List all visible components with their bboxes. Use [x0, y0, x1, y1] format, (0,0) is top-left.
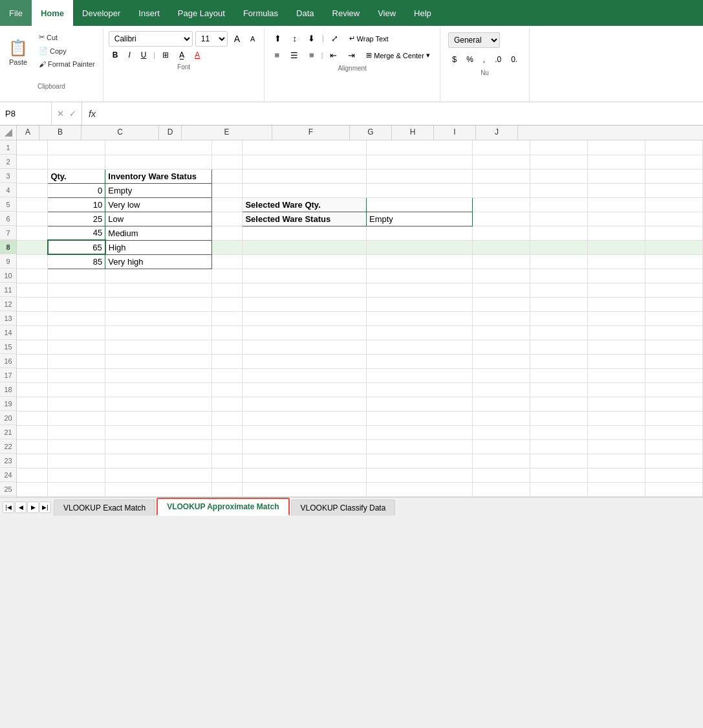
- row-num-13[interactable]: 13: [0, 311, 16, 325]
- cell-j3[interactable]: [645, 169, 703, 183]
- cell-g4[interactable]: [473, 183, 530, 197]
- menu-home[interactable]: Home: [32, 0, 73, 26]
- cell-e24[interactable]: [243, 468, 367, 482]
- cell-c18[interactable]: [105, 382, 211, 397]
- cell-d9[interactable]: [211, 254, 243, 269]
- cell-d12[interactable]: [211, 297, 243, 311]
- cell-d15[interactable]: [211, 340, 243, 354]
- row-num-17[interactable]: 17: [0, 368, 16, 382]
- cell-i3[interactable]: [588, 169, 645, 183]
- cell-g1[interactable]: [473, 140, 530, 155]
- cell-h20[interactable]: [530, 411, 588, 425]
- cell-b9[interactable]: 85: [48, 254, 105, 269]
- cell-j17[interactable]: [645, 368, 703, 382]
- cell-d7[interactable]: [211, 226, 243, 240]
- select-all-icon[interactable]: [5, 129, 12, 137]
- font-size-select[interactable]: 11: [195, 31, 228, 47]
- cell-c19[interactable]: [105, 397, 211, 411]
- underline-button[interactable]: U: [137, 49, 151, 61]
- cell-j10[interactable]: [645, 269, 703, 283]
- cell-g5[interactable]: [473, 197, 530, 212]
- cell-b24[interactable]: [48, 468, 105, 482]
- row-num-4[interactable]: 4: [0, 183, 16, 197]
- cell-d17[interactable]: [211, 368, 243, 382]
- cell-g9[interactable]: [473, 254, 530, 269]
- format-painter-button[interactable]: 🖌 Format Painter: [35, 58, 99, 70]
- cell-c6[interactable]: Low: [105, 212, 211, 226]
- cell-d13[interactable]: [211, 311, 243, 325]
- cell-j14[interactable]: [645, 325, 703, 340]
- cell-g20[interactable]: [473, 411, 530, 425]
- cell-a21[interactable]: [17, 425, 48, 439]
- cell-f3[interactable]: [366, 169, 472, 183]
- cell-i21[interactable]: [588, 425, 645, 439]
- row-num-14[interactable]: 14: [0, 325, 16, 340]
- cell-g7[interactable]: [473, 226, 530, 240]
- menu-formulas[interactable]: Formulas: [234, 0, 287, 26]
- cell-d22[interactable]: [211, 439, 243, 454]
- cell-h12[interactable]: [530, 297, 588, 311]
- decrease-indent-button[interactable]: ⇤: [325, 48, 341, 63]
- cell-f11[interactable]: [366, 283, 472, 297]
- cell-a4[interactable]: [17, 183, 48, 197]
- cell-e20[interactable]: [243, 411, 367, 425]
- cell-d10[interactable]: [211, 269, 243, 283]
- cell-f24[interactable]: [366, 468, 472, 482]
- cell-f7[interactable]: [366, 226, 472, 240]
- cell-e22[interactable]: [243, 439, 367, 454]
- align-left-button[interactable]: ≡: [270, 48, 284, 63]
- cell-j22[interactable]: [645, 439, 703, 454]
- cell-h14[interactable]: [530, 325, 588, 340]
- cell-d14[interactable]: [211, 325, 243, 340]
- cell-h9[interactable]: [530, 254, 588, 269]
- cell-c12[interactable]: [105, 297, 211, 311]
- cell-g22[interactable]: [473, 439, 530, 454]
- cell-a25[interactable]: [17, 482, 48, 496]
- row-num-15[interactable]: 15: [0, 340, 16, 354]
- cell-a14[interactable]: [17, 325, 48, 340]
- cell-i4[interactable]: [588, 183, 645, 197]
- row-num-3[interactable]: 3: [0, 169, 16, 183]
- bold-button[interactable]: B: [109, 49, 122, 61]
- cell-f23[interactable]: [366, 454, 472, 468]
- formula-input[interactable]: [102, 102, 703, 125]
- cell-a15[interactable]: [17, 340, 48, 354]
- cell-b12[interactable]: [48, 297, 105, 311]
- cell-h4[interactable]: [530, 183, 588, 197]
- cell-j7[interactable]: [645, 226, 703, 240]
- cell-b10[interactable]: [48, 269, 105, 283]
- cell-f4[interactable]: [366, 183, 472, 197]
- cell-j24[interactable]: [645, 468, 703, 482]
- cell-b14[interactable]: [48, 325, 105, 340]
- cell-b11[interactable]: [48, 283, 105, 297]
- cell-c20[interactable]: [105, 411, 211, 425]
- cell-h10[interactable]: [530, 269, 588, 283]
- cell-i13[interactable]: [588, 311, 645, 325]
- row-num-7[interactable]: 7: [0, 226, 16, 240]
- cell-a13[interactable]: [17, 311, 48, 325]
- sheet-tab-classify[interactable]: VLOOKUP Classify Data: [291, 500, 396, 516]
- cell-a20[interactable]: [17, 411, 48, 425]
- cell-i5[interactable]: [588, 197, 645, 212]
- italic-button[interactable]: I: [124, 49, 134, 61]
- row-num-5[interactable]: 5: [0, 197, 16, 212]
- cell-i22[interactable]: [588, 439, 645, 454]
- borders-button[interactable]: ⊞: [158, 49, 173, 61]
- cell-j12[interactable]: [645, 297, 703, 311]
- cell-f6-lookup-status-value[interactable]: Empty: [366, 212, 472, 226]
- cell-a23[interactable]: [17, 454, 48, 468]
- cell-c11[interactable]: [105, 283, 211, 297]
- sheet-tab-exact[interactable]: VLOOKUP Exact Match: [54, 500, 155, 516]
- cell-a16[interactable]: [17, 354, 48, 368]
- cell-g2[interactable]: [473, 155, 530, 169]
- cell-c3-status-header[interactable]: Inventory Ware Status: [105, 169, 211, 183]
- cell-a9[interactable]: [17, 254, 48, 269]
- cell-j18[interactable]: [645, 382, 703, 397]
- cell-g24[interactable]: [473, 468, 530, 482]
- cell-h7[interactable]: [530, 226, 588, 240]
- cell-c9[interactable]: Very high: [105, 254, 211, 269]
- number-format-select[interactable]: General: [448, 32, 500, 48]
- cell-e16[interactable]: [243, 354, 367, 368]
- row-num-6[interactable]: 6: [0, 212, 16, 226]
- row-num-1[interactable]: 1: [0, 140, 16, 155]
